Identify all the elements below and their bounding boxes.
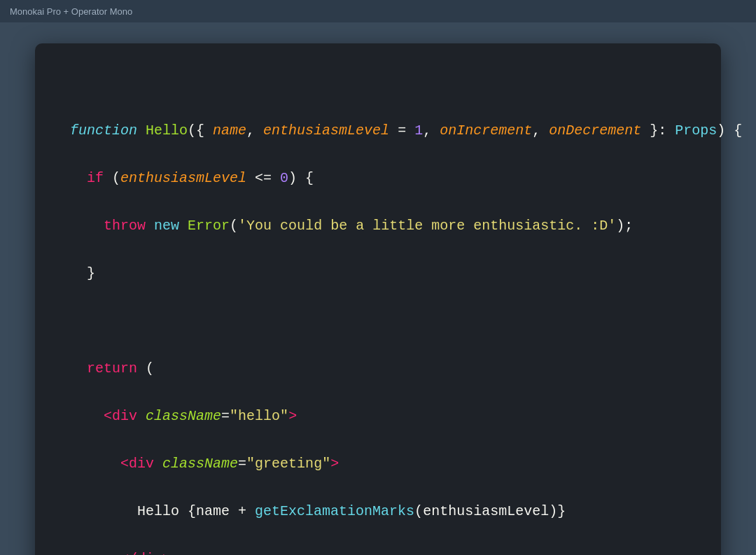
title-bar: Monokai Pro + Operator Mono [0, 0, 756, 22]
line-1: function Hello({ name, enthusiasmLevel =… [70, 122, 742, 139]
code-block: function Hello({ name, enthusiasmLevel =… [70, 71, 686, 555]
line-9: Hello {name + getExclamationMarks(enthus… [70, 503, 566, 519]
line-4: } [70, 265, 95, 281]
line-7: <div className="hello"> [70, 408, 297, 424]
code-container: function Hello({ name, enthusiasmLevel =… [35, 43, 721, 555]
line-3: throw new Error('You could be a little m… [70, 218, 633, 234]
line-2: if (enthusiasmLevel <= 0) { [70, 170, 314, 186]
main-area: function Hello({ name, enthusiasmLevel =… [0, 22, 756, 555]
title-text: Monokai Pro + Operator Mono [10, 6, 132, 17]
line-6: return ( [70, 360, 154, 377]
line-10: </div> [70, 551, 171, 555]
line-8: <div className="greeting"> [70, 456, 339, 472]
